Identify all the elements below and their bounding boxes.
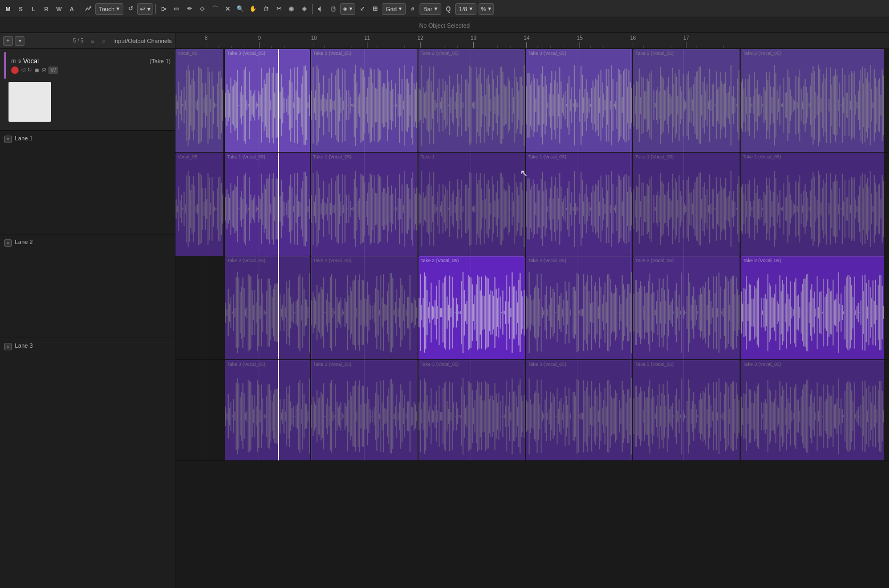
clip-1[interactable]: Take 1 (Vocal_05) [225, 153, 310, 256]
clip-3[interactable]: Take 3 (Vocal_05) [526, 360, 632, 461]
quantize-dropdown[interactable]: 1/8 ▾ [455, 3, 476, 15]
ruler-subtick [378, 46, 378, 48]
lane3-toggle[interactable]: ≡ [4, 343, 12, 350]
draw-tool-btn[interactable]: ✏ [183, 3, 195, 15]
ruler-mark-13: 13 [471, 35, 476, 48]
select-tool-btn[interactable]: ▷ [158, 3, 170, 15]
clip-6[interactable]: Take 2 (Vocal_05) [741, 49, 884, 153]
clip-4[interactable]: Take 1 (Vocal_05) [526, 153, 632, 256]
mute-tool-btn[interactable]: ✕ [222, 3, 233, 15]
cut-tool-btn[interactable]: ✂ [273, 3, 284, 15]
main-track-lane[interactable]: Vocal_05Take 3 (Vocal_05)Take 3 (Vocal_0… [175, 49, 889, 153]
clip-1[interactable]: Take 2 (Vocal_05) [311, 256, 417, 360]
clip-3[interactable]: Take 2 (Vocal_05) [418, 49, 525, 153]
ruler-tick [314, 42, 314, 48]
clip-2[interactable]: Take 1 (Vocal_05) [311, 153, 417, 256]
panel-search-icon[interactable]: ⌕ [99, 36, 109, 46]
zoom-tool-btn[interactable]: 🔍 [234, 3, 246, 15]
clip-waveform-5 [741, 265, 884, 360]
undo-dropdown[interactable]: ↩ ▾ [137, 3, 153, 15]
bar-arrow: ▾ [434, 5, 438, 12]
monitor-tool-btn[interactable]: ◉ [286, 3, 297, 15]
speaker-tool-btn[interactable]: ◈ [298, 3, 310, 15]
clip-5[interactable]: Take 2 (Vocal_05) [633, 49, 740, 153]
clip-1[interactable]: Take 3 (Vocal_05) [311, 360, 417, 461]
mode-m[interactable]: M [2, 3, 14, 15]
ruler-subtick [550, 46, 551, 48]
mode-a[interactable]: A [66, 3, 78, 15]
panel-menu-btn[interactable]: ▾ [15, 36, 24, 46]
monitor-dropdown[interactable]: ◈ ▾ [340, 3, 355, 15]
refresh-btn[interactable]: ↺ [124, 3, 136, 15]
ruler-label: 13 [471, 35, 476, 41]
erase-tool-btn[interactable]: ◇ [196, 3, 208, 15]
subtick [338, 46, 338, 48]
clip-6[interactable]: Take 1 (Vocal_05) [741, 153, 884, 256]
clip-0[interactable]: Take 2 (Vocal_05) [225, 256, 310, 360]
clip-5[interactable]: Take 2 (Vocal_05) [741, 256, 884, 360]
loop-btn[interactable]: ↻ [27, 66, 32, 73]
lane2-track[interactable]: Take 2 (Vocal_05)Take 2 (Vocal_05)Take 2… [175, 256, 889, 360]
hash-icon[interactable]: # [407, 3, 418, 15]
clip-0[interactable]: Take 3 (Vocal_05) [225, 360, 310, 461]
track-mute-m[interactable]: m [11, 58, 16, 64]
sep3 [312, 4, 313, 14]
lane1-toggle[interactable]: ≡ [4, 136, 12, 143]
clip-4[interactable]: Take 3 (Vocal_05) [633, 360, 740, 461]
touch-dropdown[interactable]: Touch ▾ [95, 3, 123, 15]
clip-3[interactable]: Take 1 [418, 153, 525, 256]
ruler-label: 9 [258, 35, 261, 41]
range-tool-btn[interactable]: ▭ [171, 3, 182, 15]
write-btn[interactable]: W [48, 66, 58, 74]
clip-2[interactable]: Take 3 (Vocal_05) [418, 360, 525, 461]
snap-icon[interactable]: ⊞ [369, 3, 381, 15]
clip-2[interactable]: Take 2 (Vocal_05) [418, 256, 525, 360]
clip-label-0: Take 2 (Vocal_05) [227, 258, 265, 263]
clip-waveform-3 [418, 57, 525, 153]
clip-4[interactable]: Take 3 (Vocal_05) [526, 49, 632, 153]
bar-dropdown[interactable]: Bar ▾ [420, 3, 441, 15]
ruler-tick [367, 42, 367, 48]
pan-tool-btn[interactable]: ✋ [247, 3, 259, 15]
quantize-icon[interactable]: Q [442, 3, 454, 15]
lane2-toggle[interactable]: ≡ [4, 239, 12, 247]
clip-1[interactable]: Take 3 (Vocal_05) [225, 49, 310, 153]
clip-0[interactable]: Vocal_05 [175, 153, 223, 256]
dropdown-arrow: ▾ [116, 5, 120, 12]
mode-w[interactable]: W [53, 3, 65, 15]
glue-tool-btn[interactable]: ⌒ [209, 3, 221, 15]
clip-5[interactable]: Take 3 (Vocal_05) [741, 360, 884, 461]
lane1-track[interactable]: Vocal_05Take 1 (Vocal_05)Take 1 (Vocal_0… [175, 153, 889, 256]
metronome-icon[interactable] [328, 3, 339, 15]
size-icon[interactable]: ⤢ [356, 3, 368, 15]
subtick [510, 46, 511, 48]
ruler-subtick [697, 46, 697, 48]
clip-waveform-5 [741, 368, 884, 461]
clip-3[interactable]: Take 2 (Vocal_05) [526, 256, 632, 360]
monitor-arrow: ▾ [349, 5, 353, 12]
last-dropdown[interactable]: % ▾ [479, 3, 494, 15]
clip-waveform-4 [526, 161, 632, 256]
mode-s[interactable]: S [15, 3, 27, 15]
clip-0[interactable]: Vocal_05 [175, 49, 223, 153]
ruler-label: 15 [577, 35, 583, 41]
clip-4[interactable]: Take 2 (Vocal_05) [633, 256, 740, 360]
record-btn[interactable] [11, 66, 19, 74]
grid-dropdown[interactable]: Grid ▾ [382, 3, 406, 15]
speaker-icon[interactable] [315, 3, 326, 15]
panel-add-btn[interactable]: + [3, 36, 13, 46]
read-btn[interactable]: R [42, 67, 46, 73]
mode-l[interactable]: L [28, 3, 39, 15]
clip-5[interactable]: Take 1 (Vocal_05) [633, 153, 740, 256]
timewarp-tool-btn[interactable]: ⏱ [260, 3, 272, 15]
track-solo-s[interactable]: s [18, 58, 21, 64]
panel-list-icon[interactable]: ≡ [88, 36, 97, 46]
mode-r[interactable]: R [40, 3, 52, 15]
punch-btn[interactable]: ⏺ [34, 67, 40, 73]
clip-label-6: Take 2 (Vocal_05) [743, 51, 781, 56]
clip-2[interactable]: Take 3 (Vocal_05) [311, 49, 417, 153]
monitor-input-btn[interactable]: ◁ [21, 66, 25, 73]
automation-icon[interactable] [82, 3, 94, 15]
clip-label-2: Take 3 (Vocal_05) [313, 51, 351, 56]
lane3-track[interactable]: Take 3 (Vocal_05)Take 3 (Vocal_05)Take 3… [175, 360, 889, 461]
